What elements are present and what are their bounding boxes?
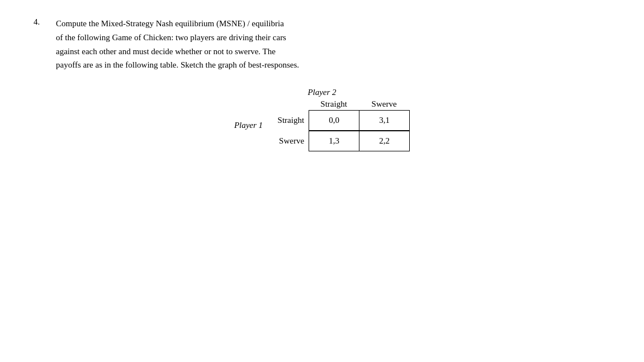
- row-label-swerve: Swerve: [268, 136, 309, 146]
- strategy-table-container: Straight Swerve Straight 0,0 3,1: [268, 99, 410, 151]
- cell-1-1: 2,2: [359, 131, 410, 151]
- page: 4. Compute the Mixed-Strategy Nash equil…: [0, 0, 644, 362]
- game-table-row1: 0,0 3,1: [309, 110, 410, 131]
- col-header-straight: Straight: [309, 99, 359, 110]
- table-row-2: Swerve 1,3 2,2: [268, 131, 410, 151]
- problem-block: 4. Compute the Mixed-Strategy Nash equil…: [34, 17, 610, 151]
- player1-label: Player 1: [234, 121, 263, 130]
- player2-label: Player 2: [307, 88, 336, 97]
- cell-0-1: 3,1: [359, 111, 410, 131]
- col-header-swerve: Swerve: [359, 99, 409, 110]
- table-row: Straight 0,0 3,1: [268, 110, 410, 131]
- cell-1-0: 1,3: [309, 131, 359, 151]
- text-line4: payoffs are as in the following table. S…: [56, 60, 299, 69]
- text-line1: Compute the Mixed-Strategy Nash equilibr…: [56, 19, 284, 28]
- game-table-container: Player 2 Player 1 Straight Swerve: [34, 88, 610, 151]
- game-table-wrapper: Player 2 Player 1 Straight Swerve: [234, 88, 410, 151]
- col-header-spacer: [268, 99, 309, 110]
- game-table-row2: 1,3 2,2: [309, 131, 410, 151]
- text-line2: of the following Game of Chicken: two pl…: [56, 33, 286, 42]
- cell-0-0: 0,0: [309, 111, 359, 131]
- problem-content: Compute the Mixed-Strategy Nash equilibr…: [56, 17, 610, 151]
- col-headers: Straight Swerve: [268, 99, 410, 110]
- row-label-straight: Straight: [268, 116, 309, 125]
- table-with-row-labels: Player 1 Straight Swerve Straight: [234, 99, 410, 151]
- text-line3: against each other and must decide wheth…: [56, 47, 276, 56]
- table-rows: Straight 0,0 3,1 Swerve: [268, 110, 410, 151]
- problem-text: Compute the Mixed-Strategy Nash equilibr…: [56, 17, 402, 72]
